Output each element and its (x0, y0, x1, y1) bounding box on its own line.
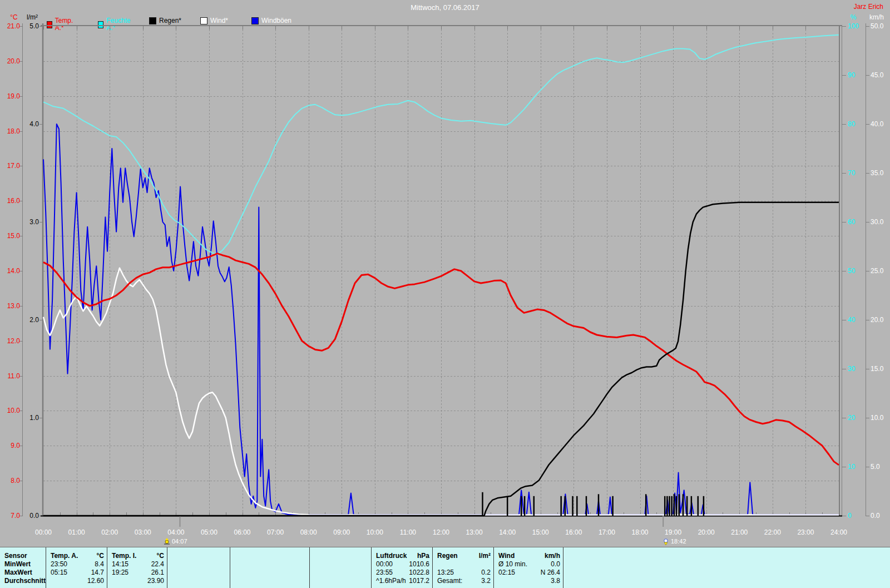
table-column-rowheaders: Sensor MinWert MaxWert Durchschnitt (0, 547, 46, 588)
chart-canvas: 21.020.019.018.017.016.015.014.013.012.0… (0, 0, 890, 547)
rain-axis: 5.04.03.02.01.00.0 (29, 22, 43, 520)
svg-text:10:00: 10:00 (367, 528, 383, 536)
stats-table: Sensor MinWert MaxWert Durchschnitt Temp… (0, 547, 890, 588)
svg-text:0.0: 0.0 (871, 512, 880, 520)
svg-text:14.0: 14.0 (7, 267, 21, 275)
svg-text:20.0: 20.0 (7, 57, 21, 65)
table-column-empty-4 (563, 547, 890, 588)
svg-text:20: 20 (848, 414, 856, 422)
sunset-time: 18:42 (671, 538, 686, 545)
svg-text:40: 40 (848, 316, 856, 324)
svg-text:1.0: 1.0 (29, 414, 39, 422)
svg-text:12.0: 12.0 (7, 337, 21, 345)
table-column-empty-2 (230, 547, 309, 588)
avg-label (46, 577, 51, 585)
svg-text:18:00: 18:00 (631, 528, 648, 536)
svg-text:70: 70 (848, 169, 856, 177)
sunrise-annotation: 04:07 (164, 537, 187, 545)
svg-text:50.0: 50.0 (871, 22, 884, 30)
max-time: 23:55 (372, 569, 393, 577)
sunset-annotation: 18:42 (662, 537, 686, 545)
avg10-label: Ø 10 min. (494, 560, 527, 569)
svg-text:22:00: 22:00 (764, 528, 781, 536)
svg-text:0.0: 0.0 (29, 512, 39, 520)
table-row-header: MaxWert (0, 569, 46, 577)
svg-text:21:00: 21:00 (731, 528, 748, 536)
min-time (433, 560, 437, 569)
humidity-axis: 1009080706050403020100 (842, 22, 859, 520)
svg-text:18.0: 18.0 (7, 127, 21, 135)
avg-value: 12.60 (87, 577, 107, 585)
svg-text:03:00: 03:00 (135, 528, 151, 536)
svg-text:100: 100 (848, 22, 859, 30)
svg-text:25.0: 25.0 (871, 267, 884, 275)
table-row-header: Durchschnitt (0, 577, 46, 585)
table-column-rain: Regenl/m² 13:250.2 Gesamt:3.2 (432, 547, 493, 588)
gridlines (43, 26, 839, 516)
total-value: 3.2 (481, 577, 493, 585)
min-value: 1010.6 (409, 560, 432, 569)
svg-text:50: 50 (848, 267, 856, 275)
max-value: 0.2 (481, 569, 493, 577)
svg-text:23:00: 23:00 (797, 528, 814, 536)
max-value: 1022.8 (409, 569, 432, 577)
svg-text:15.0: 15.0 (871, 365, 884, 373)
column-unit: °C (157, 552, 167, 560)
svg-text:60: 60 (848, 218, 856, 226)
sunrise-time: 04:07 (172, 538, 187, 545)
table-column-temp-a: Temp. A.°C 23:508.4 05:1514.7 12.60 (46, 547, 107, 588)
table-column-empty-1 (167, 547, 230, 588)
avg-label (107, 577, 112, 585)
svg-text:06:00: 06:00 (234, 528, 250, 536)
weather-app-window: { "header": { "title": "Mittwoch, 07.06.… (0, 0, 890, 588)
svg-text:16.0: 16.0 (7, 197, 21, 205)
avg-value: 23.90 (147, 577, 167, 585)
sun-marker-lines (180, 516, 663, 527)
column-unit: °C (97, 552, 107, 560)
svg-text:16:00: 16:00 (565, 528, 582, 536)
min-value: 22.4 (151, 560, 167, 569)
weather-chart-screen: Mittwoch, 07.06.2017 Jarz Erich °C l/m² … (0, 0, 890, 588)
svg-text:08:00: 08:00 (300, 528, 317, 536)
column-header: Temp. I. (107, 552, 136, 560)
svg-text:20.0: 20.0 (871, 316, 884, 324)
svg-text:00:00: 00:00 (35, 528, 52, 536)
wind-axis: 50.045.040.035.030.025.020.015.010.05.00… (866, 22, 884, 520)
avg-value: 1017.2 (409, 577, 432, 585)
svg-text:5.0: 5.0 (29, 22, 39, 30)
table-column-wind: Windkm/h Ø 10 min.0.0 02:15N 26.4 3.8 (493, 547, 563, 588)
svg-text:45.0: 45.0 (871, 71, 884, 79)
sunset-icon (662, 538, 670, 545)
column-unit: km/h (545, 552, 563, 560)
svg-text:02:00: 02:00 (101, 528, 118, 536)
svg-text:13:00: 13:00 (466, 528, 483, 536)
svg-text:04:00: 04:00 (167, 528, 184, 536)
column-unit: hPa (417, 552, 432, 560)
svg-text:5.0: 5.0 (871, 463, 880, 471)
table-row-header: Sensor (0, 552, 46, 560)
rain-rate-bars (483, 492, 704, 516)
tendency-label: ^1.6hPa/h (372, 577, 406, 585)
max-value: 14.7 (91, 569, 107, 577)
svg-text:11:00: 11:00 (400, 528, 416, 536)
svg-text:7.0: 7.0 (11, 512, 20, 520)
column-header: Regen (433, 552, 458, 560)
table-column-pressure: LuftdruckhPa 00:001010.6 23:551022.8 ^1.… (371, 547, 432, 588)
svg-text:15:00: 15:00 (532, 528, 549, 536)
min-time: 23:50 (46, 560, 67, 569)
avg-label (494, 577, 498, 585)
svg-text:10.0: 10.0 (871, 414, 884, 422)
table-row-header: MinWert (0, 560, 46, 569)
svg-text:0: 0 (848, 512, 852, 520)
svg-text:40.0: 40.0 (871, 120, 884, 128)
svg-text:80: 80 (848, 120, 856, 128)
max-time: 19:25 (107, 569, 128, 577)
gust-curve (43, 124, 839, 515)
svg-text:90: 90 (848, 71, 856, 79)
svg-text:30: 30 (848, 365, 856, 373)
max-time: 05:15 (46, 569, 67, 577)
svg-text:3.0: 3.0 (29, 218, 39, 226)
svg-text:17.0: 17.0 (7, 162, 21, 170)
total-label: Gesamt: (433, 577, 462, 585)
svg-text:24:00: 24:00 (830, 528, 847, 536)
